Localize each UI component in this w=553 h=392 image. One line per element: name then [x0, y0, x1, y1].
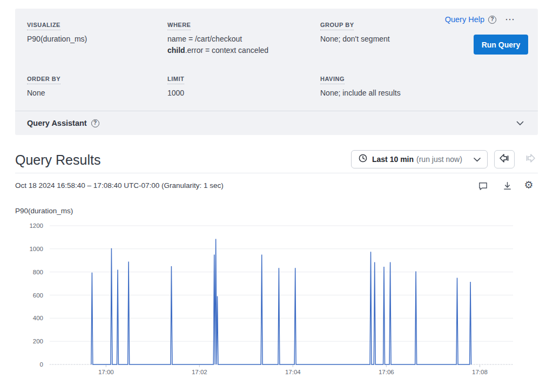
chart-title: P90(duration_ms): [15, 207, 73, 215]
visualize-value[interactable]: P90(duration_ms): [27, 35, 87, 43]
divider: [15, 173, 538, 173]
gear-icon[interactable]: ⚙: [522, 178, 535, 191]
time-range-dropdown[interactable]: Last 10 min (run just now): [351, 150, 488, 168]
y-tick-label: 1000: [29, 246, 43, 252]
x-tick-label: 17:06: [379, 369, 394, 375]
order-by-label: ORDER BY: [27, 76, 60, 84]
overflow-menu-icon[interactable]: ⋯: [505, 17, 515, 22]
where-clause-2[interactable]: child.error = context canceled: [167, 46, 268, 55]
x-tick-label: 17:04: [285, 369, 301, 375]
y-tick-label: 0: [40, 361, 43, 368]
group-by-label: GROUP BY: [320, 22, 354, 30]
clock-icon: [358, 153, 368, 165]
having-value[interactable]: None; include all results: [320, 89, 401, 97]
query-help-row: Query Help ? ⋯: [445, 15, 515, 24]
having-field[interactable]: HAVING None; include all results: [320, 73, 401, 97]
x-tick-label: 17:00: [98, 369, 114, 375]
group-by-field[interactable]: GROUP BY None; don't segment: [320, 19, 390, 43]
visualize-field[interactable]: VISUALIZE P90(duration_ms): [27, 19, 87, 43]
y-tick-label: 800: [33, 269, 43, 275]
comment-icon[interactable]: [477, 180, 489, 192]
chevron-down-icon[interactable]: [516, 118, 524, 128]
order-by-value[interactable]: None: [27, 89, 60, 97]
query-builder-panel: VISUALIZE P90(duration_ms) WHERE name = …: [15, 9, 538, 135]
series-line: [91, 239, 471, 364]
y-tick-label: 400: [33, 315, 43, 321]
having-label: HAVING: [320, 76, 345, 84]
limit-field[interactable]: LIMIT 1000: [167, 73, 184, 97]
time-range-value: Last 10 min: [372, 155, 414, 164]
page: VISUALIZE P90(duration_ms) WHERE name = …: [0, 0, 553, 392]
y-tick-label: 200: [33, 338, 43, 344]
query-time-window: Oct 18 2024 16:58:40 – 17:08:40 UTC-07:0…: [15, 181, 224, 190]
results-chart: 02004006008001000120017:0017:0217:0417:0…: [15, 218, 538, 380]
y-tick-label: 600: [33, 292, 43, 299]
download-icon[interactable]: [502, 180, 513, 192]
time-range-note: (run just now): [416, 155, 462, 164]
query-assistant-label: Query Assistant: [27, 119, 87, 127]
where-field[interactable]: WHERE name = /cart/checkout child.error …: [167, 19, 268, 55]
run-query-button[interactable]: Run Query: [474, 35, 528, 55]
where-label: WHERE: [167, 22, 191, 30]
back-arrow-icon: [499, 153, 510, 165]
query-help-link[interactable]: Query Help: [445, 15, 484, 24]
where-clause-1[interactable]: name = /cart/checkout: [167, 35, 268, 43]
x-tick-label: 17:08: [472, 369, 488, 375]
next-query-button[interactable]: [523, 152, 538, 166]
visualize-label: VISUALIZE: [27, 22, 60, 30]
order-by-field[interactable]: ORDER BY None: [27, 73, 60, 97]
query-assistant-row[interactable]: Query Assistant ?: [15, 111, 538, 135]
previous-query-button[interactable]: [494, 150, 515, 168]
group-by-value[interactable]: None; don't segment: [320, 35, 390, 43]
forward-arrow-icon: [525, 153, 536, 165]
limit-label: LIMIT: [167, 76, 184, 84]
assistant-help-circle-icon[interactable]: ?: [91, 119, 99, 127]
chevron-down-icon: [474, 154, 481, 164]
y-tick-label: 1200: [29, 222, 43, 229]
limit-value[interactable]: 1000: [167, 89, 184, 97]
help-circle-icon[interactable]: ?: [488, 16, 496, 24]
x-tick-label: 17:02: [192, 369, 207, 375]
results-title: Query Results: [15, 152, 100, 168]
